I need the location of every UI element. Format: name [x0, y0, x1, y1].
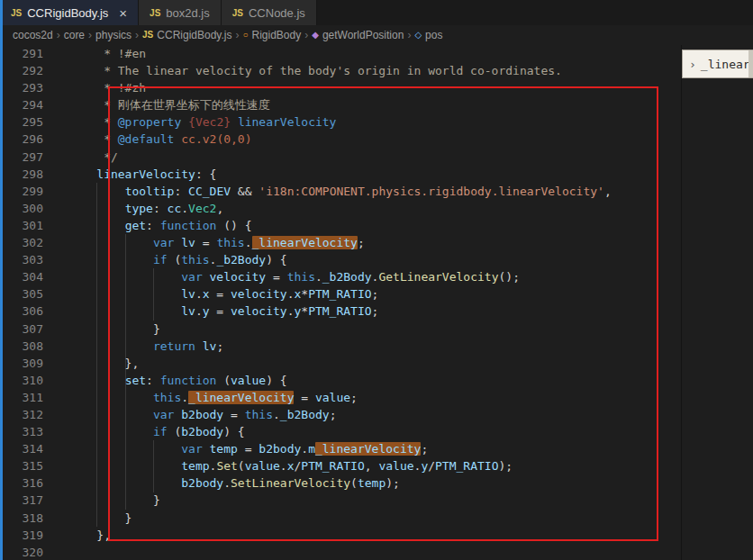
breadcrumb-item-physics[interactable]: physics	[95, 29, 132, 41]
code-line: 302 var lv = this._linearVelocity;	[0, 234, 682, 251]
line-number[interactable]: 310	[0, 372, 43, 389]
line-number[interactable]: 308	[0, 338, 43, 355]
word-highlight: _linearVelocity	[252, 236, 358, 249]
side-editor-breadcrumb[interactable]: › _linearVel	[682, 50, 753, 78]
breadcrumb-item-core[interactable]: core	[64, 29, 85, 41]
chevron-right-icon: ›	[304, 29, 308, 41]
code-line: 309 },	[0, 355, 682, 372]
line-number[interactable]: 294	[0, 96, 43, 113]
line-number[interactable]: 301	[0, 217, 43, 234]
code-text: linearVelocity: {	[43, 166, 216, 183]
symbol-variable-icon: ◇	[414, 31, 422, 40]
code-text: }	[43, 321, 160, 338]
line-number[interactable]: 291	[0, 45, 43, 62]
js-file-icon: JS	[150, 8, 160, 18]
line-number[interactable]: 315	[0, 457, 43, 474]
code-text: lv.y = velocity.y*PTM_RATIO;	[43, 303, 378, 320]
line-number[interactable]: 311	[0, 389, 43, 406]
editor-tab-bar: JSCCRigidBody.js×JSbox2d.jsJSCCNode.js	[0, 0, 753, 25]
code-text: temp.Set(value.x/PTM_RATIO, value.y/PTM_…	[43, 457, 513, 474]
code-text: var b2body = this._b2Body;	[43, 406, 336, 423]
breadcrumb-item-getWorldPosition[interactable]: ◆getWorldPosition	[312, 29, 404, 41]
code-lines[interactable]: 291 * !#en292 * The linear velocity of t…	[0, 45, 682, 560]
code-text: this._linearVelocity = value;	[43, 389, 358, 406]
chevron-right-icon: ›	[689, 58, 696, 71]
code-line: 315 temp.Set(value.x/PTM_RATIO, value.y/…	[0, 457, 682, 474]
chevron-right-icon: ›	[88, 29, 92, 41]
symbol-class-icon: ○	[242, 31, 248, 40]
code-line: 293 * !#zh	[0, 79, 682, 96]
line-number[interactable]: 319	[0, 527, 43, 544]
tab-label: box2d.js	[166, 6, 209, 20]
line-number[interactable]: 320	[0, 544, 43, 560]
code-line: 313 if (b2body) {	[0, 423, 682, 440]
line-number[interactable]: 304	[0, 268, 43, 285]
line-number[interactable]: 317	[0, 492, 43, 509]
line-number[interactable]: 292	[0, 62, 43, 79]
window-focus-border	[0, 0, 3, 560]
editor-tab-CCNode.js[interactable]: JSCCNode.js	[222, 0, 317, 25]
code-text: b2body.SetLinearVelocity(temp);	[43, 474, 400, 492]
side-panel-scrollbar[interactable]	[748, 50, 753, 77]
side-panel-label: _linearVel	[701, 58, 753, 71]
code-line: 316 b2body.SetLinearVelocity(temp);	[0, 474, 682, 492]
code-text: }	[43, 510, 132, 527]
code-text: var velocity = this._b2Body.GetLinearVel…	[43, 268, 520, 285]
line-number[interactable]: 309	[0, 355, 43, 372]
code-text: get: function () {	[43, 217, 252, 234]
line-number[interactable]: 300	[0, 200, 43, 217]
chevron-right-icon: ›	[57, 29, 60, 41]
code-line: 318 }	[0, 510, 682, 527]
code-text: var lv = this._linearVelocity;	[43, 234, 365, 251]
line-number[interactable]: 299	[0, 183, 43, 200]
code-line: 295 * @property {Vec2} linearVelocity	[0, 113, 682, 131]
line-number[interactable]: 302	[0, 234, 43, 251]
line-number[interactable]: 313	[0, 423, 43, 440]
line-number[interactable]: 305	[0, 285, 43, 303]
js-file-icon: JS	[142, 31, 153, 40]
line-number[interactable]: 298	[0, 166, 43, 183]
code-line: 310 set: function (value) {	[0, 372, 682, 389]
line-number[interactable]: 307	[0, 321, 43, 338]
editor-tab-box2d.js[interactable]: JSbox2d.js	[139, 0, 222, 25]
line-number[interactable]: 312	[0, 406, 43, 423]
code-text: * @property {Vec2} linearVelocity	[43, 113, 336, 131]
breadcrumb-label: pos	[425, 29, 442, 41]
line-number[interactable]: 297	[0, 149, 43, 166]
code-text: },	[43, 355, 139, 372]
chevron-right-icon: ›	[407, 29, 411, 41]
chevron-right-icon: ›	[135, 29, 139, 41]
editor-tab-CCRigidBody.js[interactable]: JSCCRigidBody.js×	[0, 0, 139, 25]
code-text: if (this._b2Body) {	[43, 251, 287, 268]
breadcrumb-item-RigidBody[interactable]: ○RigidBody	[242, 29, 301, 41]
code-text	[43, 544, 68, 560]
code-text: */	[43, 149, 118, 166]
code-line: 304 var velocity = this._b2Body.GetLinea…	[0, 268, 682, 285]
editor-split-divider[interactable]	[681, 45, 682, 560]
code-text: * !#en	[43, 45, 146, 62]
breadcrumb-item-CCRigidBody.js[interactable]: JSCCRigidBody.js	[142, 29, 231, 41]
code-line: 314 var temp = b2body.m_linearVelocity;	[0, 440, 682, 457]
code-line: 297 */	[0, 149, 682, 166]
code-line: 320	[0, 544, 682, 560]
line-number[interactable]: 293	[0, 79, 43, 96]
line-number[interactable]: 318	[0, 510, 43, 527]
breadcrumb-item-cocos2d[interactable]: cocos2d	[13, 29, 53, 41]
line-number[interactable]: 295	[0, 113, 43, 131]
code-line: 296 * @default cc.v2(0,0)	[0, 131, 682, 148]
code-line: 303 if (this._b2Body) {	[0, 251, 682, 268]
line-number[interactable]: 303	[0, 251, 43, 268]
code-line: 305 lv.x = velocity.x*PTM_RATIO;	[0, 285, 682, 303]
line-number[interactable]: 296	[0, 131, 43, 148]
chevron-right-icon: ›	[235, 29, 239, 41]
close-icon[interactable]: ×	[119, 6, 127, 20]
line-number[interactable]: 316	[0, 474, 43, 492]
breadcrumb-label: CCRigidBody.js	[157, 29, 231, 41]
code-text: var temp = b2body.m_linearVelocity;	[43, 440, 428, 457]
line-number[interactable]: 306	[0, 303, 43, 320]
breadcrumb-item-pos[interactable]: ◇pos	[414, 29, 442, 41]
word-highlight: _linearVelocity	[315, 442, 421, 456]
line-number[interactable]: 314	[0, 440, 43, 457]
code-text: },	[43, 527, 111, 544]
code-editor[interactable]: 291 * !#en292 * The linear velocity of t…	[0, 45, 753, 560]
